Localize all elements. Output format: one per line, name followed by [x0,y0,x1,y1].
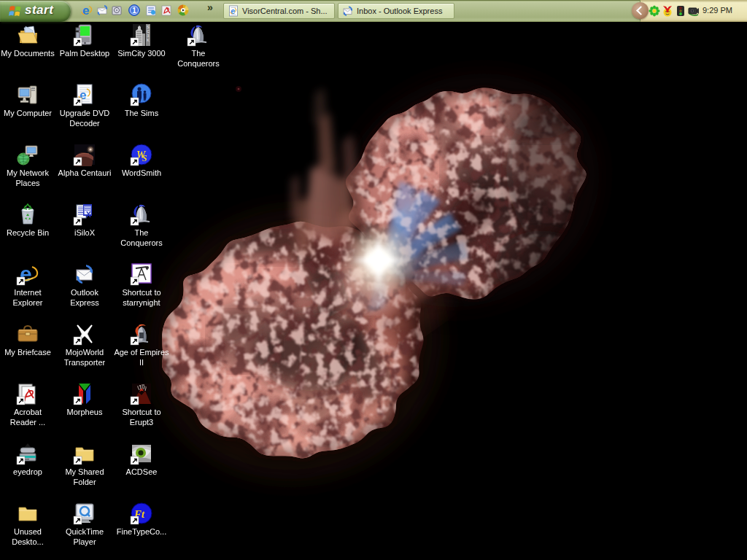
svg-text:e: e [82,4,89,17]
svg-text:S: S [142,153,147,163]
svg-text:e: e [231,7,235,15]
svg-text:X: X [86,211,91,219]
svg-text:1: 1 [132,7,136,15]
